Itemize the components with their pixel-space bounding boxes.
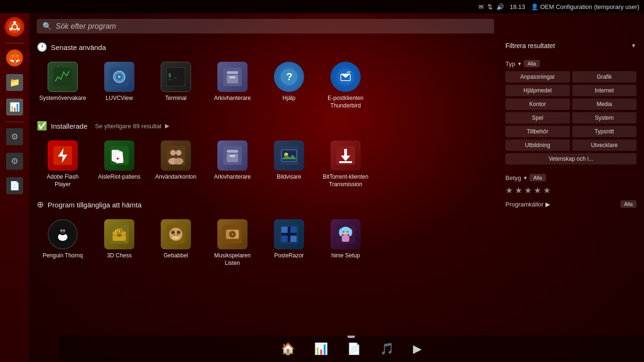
typ-title: Typ ▼ Alla — [505, 60, 636, 67]
svg-point-4 — [9, 28, 12, 31]
star-5[interactable]: ★ — [543, 185, 551, 196]
bottom-nav-video[interactable]: ▶ — [413, 342, 421, 355]
app-anvandarkonton[interactable]: Användarkonton — [150, 137, 202, 192]
topbar-username: OEM Configuration (temporary user) — [540, 3, 639, 10]
filter-utbildning[interactable]: Utbildning — [505, 140, 570, 151]
svg-text:♥: ♥ — [116, 156, 119, 161]
home-icon: 🏠 — [281, 342, 295, 355]
bottom-indicator — [347, 336, 355, 338]
app-penguin[interactable]: Penguin Thornq — [37, 215, 89, 271]
svg-point-65 — [173, 232, 173, 232]
filter-typsnitt[interactable]: Typsnitt — [572, 126, 637, 137]
app-luvcview[interactable]: LUVCView — [93, 58, 145, 113]
bottom-nav-home[interactable]: 🏠 — [281, 342, 295, 355]
search-bar[interactable]: 🔍 — [37, 19, 494, 33]
app-label: 3D Chess — [107, 252, 132, 260]
svg-point-66 — [179, 232, 179, 232]
app-hjalp[interactable]: ? Hjälp — [263, 58, 315, 113]
svg-point-88 — [343, 231, 345, 233]
filter-grafik[interactable]: Grafik — [572, 71, 637, 82]
network-icon[interactable]: ⇅ — [487, 3, 493, 10]
mail-icon[interactable]: ✉ — [479, 3, 484, 10]
svg-rect-82 — [281, 233, 297, 236]
sidebar-item-firefox[interactable]: 🦊 — [3, 47, 26, 69]
volume-icon[interactable]: 🔊 — [496, 3, 504, 10]
app-label: Adobe Flash Player — [39, 173, 87, 188]
sidebar-item-settings[interactable]: ⚙ — [3, 125, 26, 148]
main-content: 🔍 🕐 Senaste använda Syste — [29, 13, 644, 362]
left-panel: 🕐 Senaste använda Systemövervakare — [29, 37, 498, 362]
bottom-nav-files[interactable]: 📄 — [347, 342, 361, 355]
programkallor-all-button[interactable]: Alla — [620, 200, 636, 208]
star-1[interactable]: ★ — [505, 185, 513, 196]
filter-tillbehor[interactable]: Tillbehör — [505, 126, 570, 137]
filter-hjalpmedel[interactable]: Hjälpmedel — [505, 85, 570, 96]
svg-rect-90 — [342, 235, 349, 242]
sidebar-item-document[interactable]: 📄 — [3, 174, 26, 197]
filter-vetenskap[interactable]: Vetenskap och i... — [505, 153, 636, 165]
filter-kontor[interactable]: Kontor — [505, 99, 570, 110]
svg-point-63 — [172, 231, 174, 233]
app-3dchess[interactable]: 3D Chess — [93, 215, 145, 271]
app-aisleriot[interactable]: ♥ AisleRiot-patiens — [93, 137, 145, 192]
files-icon: 📄 — [347, 342, 361, 355]
app-label: Arkivhanterare — [214, 173, 251, 181]
installed-icon: ✅ — [37, 121, 47, 131]
betyg-all-button[interactable]: Alla — [529, 174, 545, 181]
installed-apps-grid: Adobe Flash Player ♥ Aisle — [37, 137, 490, 192]
sidebar-item-spreadsheet[interactable]: 📊 — [3, 96, 26, 118]
star-3[interactable]: ★ — [524, 185, 532, 196]
installed-more-link[interactable]: Se ytterligare 89 resultat — [95, 123, 162, 130]
app-label: Systemövervakare — [39, 95, 86, 102]
svg-rect-41 — [339, 161, 352, 163]
app-terminal[interactable]: $ _ Terminal — [150, 58, 202, 113]
filter-internet[interactable]: Internet — [572, 85, 637, 96]
bottom-nav-music[interactable]: 🎵 — [380, 342, 394, 355]
ubuntu-logo[interactable] — [5, 17, 25, 37]
filter-utvecklare[interactable]: Utvecklare — [572, 140, 637, 151]
sidebar-item-settings-alt[interactable]: ⚙ — [3, 150, 26, 173]
filter-media[interactable]: Media — [572, 99, 637, 110]
search-input[interactable] — [56, 22, 488, 31]
star-4[interactable]: ★ — [534, 185, 541, 196]
programkallor-title[interactable]: Programkällor ▶ — [505, 201, 550, 208]
filter-anpassningar[interactable]: Anpassningar — [505, 71, 570, 82]
topbar-time: 18.13 — [510, 3, 525, 10]
sidebar-item-files[interactable]: 📁 — [3, 71, 26, 94]
filter-chevron: ▼ — [631, 42, 636, 49]
app-transmission[interactable]: BitTorrent-klienten Transmission — [320, 137, 372, 192]
app-arkivhanterare-recent[interactable]: Arkivhanterare — [206, 58, 258, 113]
app-arkivhanterare-installed[interactable]: Arkivhanterare — [206, 137, 258, 192]
app-thunderbird[interactable]: E-postklienten Thunderbird — [320, 58, 372, 113]
bottom-nav-apps[interactable]: 📊 — [314, 342, 328, 355]
svg-point-68 — [176, 235, 178, 236]
svg-point-86 — [339, 229, 343, 236]
app-label: E-postklienten Thunderbird — [322, 95, 370, 109]
app-bildvisare[interactable]: Bildvisare — [263, 137, 315, 192]
programkallor-header: Programkällor ▶ Alla — [505, 200, 636, 208]
svg-point-64 — [178, 231, 180, 233]
svg-point-30 — [174, 158, 183, 165]
app-listen[interactable]: Musikspelaren Listen — [206, 215, 258, 271]
star-2[interactable]: ★ — [515, 185, 522, 196]
search-icon: 🔍 — [42, 22, 52, 31]
content-area: 🕐 Senaste använda Systemövervakare — [29, 37, 644, 362]
svg-point-73 — [231, 233, 233, 235]
app-systemovervakare[interactable]: Systemövervakare — [37, 58, 89, 113]
betyg-title: Betyg ▼ Alla — [505, 174, 636, 181]
filter-system[interactable]: System — [572, 112, 637, 123]
music-icon: 🎵 — [380, 342, 394, 355]
app-gebabbel[interactable]: Gebabbel — [150, 215, 202, 271]
svg-rect-33 — [227, 154, 238, 162]
app-label: Gebabbel — [164, 252, 188, 260]
app-posterazor[interactable]: PosteRazor — [263, 215, 315, 271]
svg-point-89 — [347, 231, 348, 233]
app-label: Musikspelaren Listen — [208, 252, 256, 267]
filter-title: Filtrera resultatet — [505, 42, 555, 49]
filter-spel[interactable]: Spel — [505, 112, 570, 123]
app-flash-player[interactable]: Adobe Flash Player — [37, 137, 89, 192]
typ-all-button[interactable]: Alla — [524, 60, 540, 67]
app-hime[interactable]: hime Setup — [320, 215, 372, 271]
svg-rect-32 — [227, 150, 238, 153]
topbar-user[interactable]: 👤 OEM Configuration (temporary user) — [531, 3, 639, 10]
